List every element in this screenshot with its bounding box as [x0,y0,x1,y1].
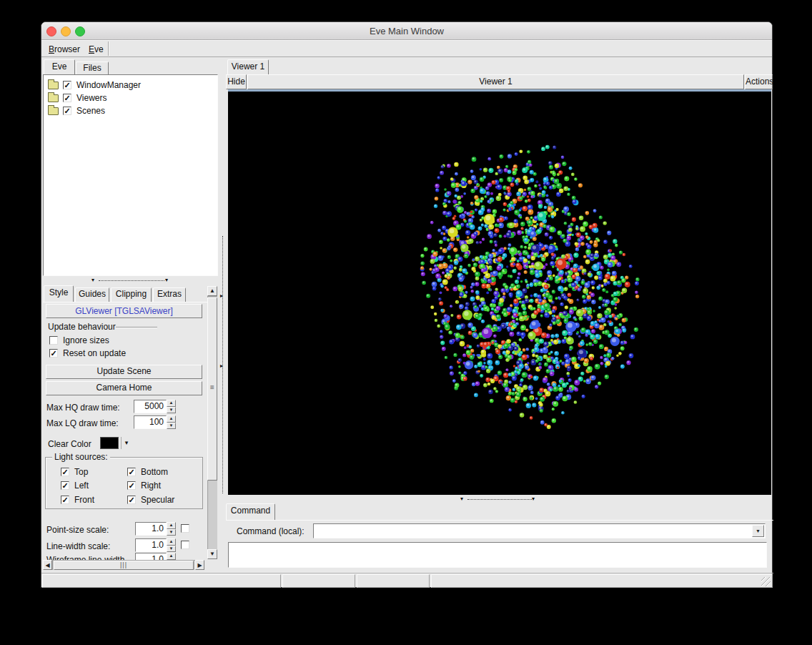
point-size-label: Point-size scale: [46,525,109,535]
line-width-input[interactable]: 1.0 [135,538,167,552]
light-sources-title: Light sources: [52,452,110,462]
light-right-checkbox[interactable]: ✓ [127,481,136,490]
status-segment [282,574,355,588]
tab-eve[interactable]: Eve [44,59,75,75]
splitter-caret-icon: ▾ [165,277,168,283]
spin-down-icon[interactable]: ▼ [167,529,176,536]
line-width-checkbox[interactable] [181,541,189,549]
light-specular-label: Specular [141,495,174,505]
light-sources-group: Light sources: ✓ Top ✓ Bottom ✓ Left ✓ R… [45,457,203,509]
clear-color-dropdown[interactable]: ▾ [121,437,132,449]
reset-on-update-label: Reset on update [63,348,126,358]
point-size-checkbox[interactable] [181,524,189,533]
line-width-spinner[interactable]: ▲ ▼ [167,538,176,552]
clear-color-label: Clear Color [48,439,91,449]
splitter-dotted-line [467,499,532,500]
tree-item-label: Viewers [76,93,107,103]
viewer-horizontal-splitter[interactable]: ▾ ▾ [226,495,773,503]
light-front-label: Front [74,495,94,505]
max-hq-label: Max HQ draw time: [46,403,120,413]
max-lq-spinner[interactable]: ▲ ▼ [167,415,176,429]
spin-down-icon[interactable]: ▼ [167,407,176,414]
tab-viewer-1[interactable]: Viewer 1 [227,59,269,75]
point-size-input[interactable]: 1.0 [135,522,167,536]
main-vertical-splitter[interactable]: ▸ ▸ [219,57,226,571]
eve-main-window: Eve Main Window Browser Eve Eve Files ✓ … [41,21,773,588]
menu-eve[interactable]: Eve [86,43,107,56]
tab-extras[interactable]: Extras [153,287,186,302]
section-separator [116,327,157,328]
wireframe-width-label: Wireframe line-width [46,555,124,560]
update-scene-button[interactable]: Update Scene [46,365,202,379]
ignore-sizes-checkbox[interactable] [49,336,58,345]
menu-divider [108,41,109,56]
eve-tree-panel: ✓ WindowManager ✓ Viewers ✓ Scenes [43,74,218,276]
horizontal-scrollbar-thumb[interactable]: ||| [54,561,194,570]
tree-item-label: Scenes [76,106,105,116]
tree-checkbox[interactable]: ✓ [63,107,71,115]
scrollbar-right-button[interactable]: ▶ [195,560,204,570]
tree-checkbox[interactable]: ✓ [63,94,71,102]
spin-up-icon[interactable]: ▲ [167,400,176,407]
viewer-title-bar[interactable]: Viewer 1 [247,74,744,89]
command-combobox[interactable]: ▼ [313,523,766,538]
tab-style[interactable]: Style [44,285,74,302]
folder-icon [48,82,59,89]
max-hq-spinner[interactable]: ▲ ▼ [167,400,176,413]
glviewer-button[interactable]: GLViewer [TGLSAViewer] [46,304,202,318]
command-output-area[interactable] [228,542,767,568]
camera-home-button[interactable]: Camera Home [46,381,202,395]
spin-up-icon[interactable]: ▲ [167,415,176,423]
tab-clipping[interactable]: Clipping [111,287,152,302]
command-panel: Command (local): ▼ [226,520,773,571]
light-left-label: Left [74,481,89,491]
update-behaviour-label: Update behaviour [48,322,116,332]
status-segment [42,574,281,588]
line-width-label: Line-width scale: [46,541,110,551]
combobox-dropdown-icon[interactable]: ▼ [752,525,764,537]
point-size-spinner[interactable]: ▲ ▼ [167,522,176,536]
max-lq-input[interactable]: 100 [134,415,167,429]
status-segment [357,574,430,588]
tree-checkbox[interactable]: ✓ [63,81,71,89]
light-bottom-label: Bottom [141,467,168,477]
splitter-caret-icon: ▸ [220,363,223,369]
tab-guides[interactable]: Guides [75,287,109,302]
tab-command[interactable]: Command [226,503,275,521]
spin-up-icon[interactable]: ▲ [167,522,176,529]
hide-button[interactable]: Hide [226,74,247,89]
tree-row-viewers[interactable]: ✓ Viewers [48,92,212,104]
splitter-caret-icon: ▾ [460,496,463,502]
clear-color-swatch[interactable] [100,437,119,449]
light-left-checkbox[interactable]: ✓ [61,481,69,490]
spin-up-icon[interactable]: ▲ [167,553,176,560]
spin-up-icon[interactable]: ▲ [167,538,176,546]
event-display-canvas[interactable] [228,92,771,495]
tree-row-windowmanager[interactable]: ✓ WindowManager [48,79,212,91]
splitter-caret-icon: ▸ [220,293,223,299]
spin-down-icon[interactable]: ▼ [167,546,176,553]
left-horizontal-splitter[interactable]: ▾ ▾ [41,276,219,285]
wireframe-width-input[interactable]: 1.0 [135,553,167,560]
menu-browser[interactable]: Browser [46,43,83,56]
max-hq-input[interactable]: 5000 [134,400,167,413]
actions-button[interactable]: Actions [745,74,773,89]
scrollbar-left-button[interactable]: ◀ [43,560,52,570]
gl-viewport[interactable] [228,89,771,495]
resize-grip[interactable] [761,577,771,586]
vertical-scrollbar-thumb[interactable]: ≡ [207,297,217,481]
light-top-checkbox[interactable]: ✓ [61,468,69,476]
light-specular-checkbox[interactable]: ✓ [127,496,136,504]
tree-row-scenes[interactable]: ✓ Scenes [48,105,212,117]
tab-files[interactable]: Files [76,61,109,75]
wireframe-width-spinner[interactable]: ▲ ▼ [167,553,176,560]
menu-bar: Browser Eve [41,40,772,57]
command-local-label: Command (local): [237,526,304,536]
reset-on-update-checkbox[interactable]: ✓ [49,349,58,358]
title-bar[interactable]: Eve Main Window [41,22,772,40]
light-bottom-checkbox[interactable]: ✓ [127,468,136,476]
scrollbar-up-button[interactable]: ▲ [207,286,217,296]
scrollbar-down-button[interactable]: ▼ [207,549,217,559]
light-front-checkbox[interactable]: ✓ [61,496,69,504]
spin-down-icon[interactable]: ▼ [167,423,176,430]
